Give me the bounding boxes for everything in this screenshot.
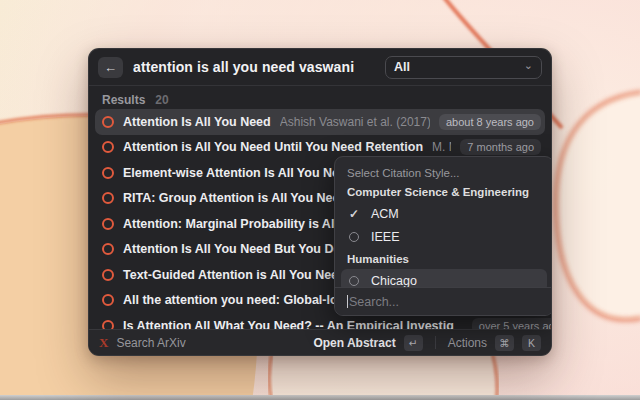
option-label: ACM bbox=[371, 207, 399, 221]
filter-selected-value: All bbox=[394, 60, 518, 74]
paper-title: Attention is All You Need Until You Need… bbox=[123, 140, 423, 154]
paper-title: Element-wise Attention Is All You Need bbox=[123, 166, 354, 180]
arxiv-logo-icon: X bbox=[99, 335, 108, 351]
enter-key-icon: ↵ bbox=[404, 335, 423, 351]
category-filter-dropdown[interactable]: All ⌄ bbox=[385, 56, 542, 79]
dropdown-title: Select Citation Style... bbox=[335, 163, 552, 181]
raycast-window: ← attention is all you need vaswani All … bbox=[88, 48, 552, 356]
paper-author: M. Murat Yaslioglu (2025) bbox=[432, 140, 451, 154]
footer-divider bbox=[435, 336, 436, 349]
search-placeholder: Search... bbox=[349, 295, 399, 309]
screen-bottom-strip bbox=[0, 395, 640, 400]
actions-button[interactable]: Actions bbox=[448, 336, 487, 350]
k-key-icon: K bbox=[522, 335, 541, 351]
citation-option-ieee[interactable]: IEEE bbox=[335, 225, 552, 248]
section-humanities: Humanities bbox=[335, 248, 552, 269]
results-section-label: Results 20 bbox=[89, 86, 551, 111]
result-row-1[interactable]: Attention Is All You Need Ashish Vaswani… bbox=[95, 109, 545, 135]
paper-author: Ashish Vaswani et al. (2017) bbox=[280, 115, 430, 129]
cmd-key-icon: ⌘ bbox=[495, 335, 514, 351]
radio-unchecked-icon bbox=[349, 232, 359, 242]
radio-unchecked-icon bbox=[349, 276, 359, 286]
arxiv-ring-icon bbox=[102, 141, 114, 153]
back-arrow-icon: ← bbox=[104, 60, 117, 75]
action-bar: X Search ArXiv Open Abstract ↵ Actions ⌘… bbox=[89, 329, 551, 355]
arxiv-ring-icon bbox=[102, 167, 114, 179]
results-label: Results bbox=[102, 93, 145, 107]
option-label: IEEE bbox=[371, 230, 400, 244]
chevron-down-icon: ⌄ bbox=[524, 60, 533, 71]
search-header: ← attention is all you need vaswani All … bbox=[89, 49, 551, 85]
section-cs-engineering: Computer Science & Engineering bbox=[335, 181, 552, 202]
check-icon: ✓ bbox=[349, 207, 359, 221]
dropdown-search-input[interactable]: Search... bbox=[335, 287, 552, 315]
option-label: Chicago bbox=[371, 274, 417, 288]
age-badge: 7 months ago bbox=[460, 139, 541, 155]
text-cursor bbox=[347, 295, 348, 308]
paper-title: Attention Is All You Need bbox=[123, 115, 271, 129]
extension-name: Search ArXiv bbox=[116, 336, 305, 350]
arxiv-ring-icon bbox=[102, 269, 114, 281]
back-button[interactable]: ← bbox=[98, 57, 123, 78]
arxiv-ring-icon bbox=[102, 294, 114, 306]
arxiv-ring-icon bbox=[102, 218, 114, 230]
arxiv-ring-icon bbox=[102, 116, 114, 128]
arxiv-ring-icon bbox=[102, 192, 114, 204]
search-query-input[interactable]: attention is all you need vaswani bbox=[133, 59, 375, 75]
age-badge: about 8 years ago bbox=[439, 114, 541, 130]
citation-option-acm[interactable]: ✓ ACM bbox=[335, 202, 552, 225]
arxiv-ring-icon bbox=[102, 243, 114, 255]
open-abstract-button[interactable]: Open Abstract bbox=[313, 336, 395, 350]
results-count: 20 bbox=[155, 93, 168, 107]
citation-style-dropdown: Select Citation Style... Computer Scienc… bbox=[334, 156, 552, 316]
